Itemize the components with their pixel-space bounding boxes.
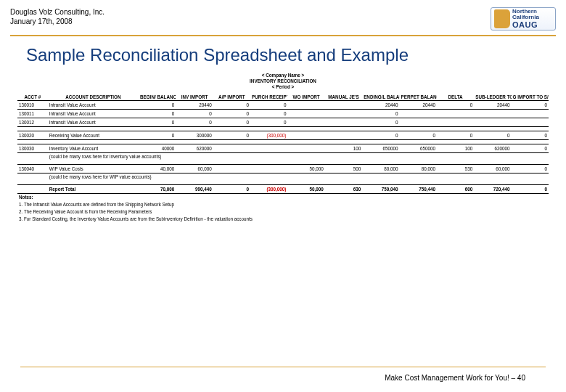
col-ap: A/P IMPORT	[213, 92, 250, 101]
sheet-company: < Company Name >	[17, 73, 549, 78]
cell	[474, 110, 511, 118]
cell	[287, 118, 324, 127]
cell: 0	[512, 185, 549, 194]
cell: 0	[139, 101, 176, 110]
note-row: 1. The Intransit Value Accounts are defi…	[17, 201, 549, 208]
cell	[287, 131, 324, 140]
col-end: ENDING/L BALANCE	[362, 92, 399, 101]
cell: 0	[512, 101, 549, 110]
cell: 750,440	[400, 185, 437, 194]
header-rule	[10, 35, 556, 36]
cell: 0	[250, 118, 287, 127]
cell: 20440	[474, 101, 511, 110]
cell: 130012	[17, 118, 48, 127]
cell: 130040	[17, 165, 48, 173]
cell: WIP Value Costs	[48, 165, 139, 173]
cell: 0	[512, 165, 549, 173]
cell: 0	[474, 131, 511, 140]
col-je: MANUAL JE'S	[325, 92, 362, 101]
california-icon	[494, 9, 510, 28]
cell: 650000	[400, 144, 437, 153]
cell	[287, 101, 324, 110]
cell	[287, 110, 324, 118]
col-gdelta: G IMPORT TO S/B-LEDGER DELTA	[512, 92, 549, 101]
cell: 0	[176, 110, 213, 118]
col-sub: SUB-LEDGER TOTALS	[474, 92, 511, 101]
presentation-date: January 17th, 2008	[10, 17, 104, 26]
col-desc: ACCOUNT DESCRIPTION	[48, 92, 139, 101]
cell: 130011	[17, 110, 48, 118]
cell: 100	[325, 144, 362, 153]
cell: 0	[176, 118, 213, 127]
cell: 0	[437, 131, 474, 140]
table-subnote: (could be many rows here for inventory v…	[17, 153, 549, 160]
cell: Intransit Value Account	[48, 118, 139, 127]
table-row: 130010Intransit Value Account02044000204…	[17, 101, 549, 110]
sheet-period: < Period >	[17, 84, 549, 90]
cell: 0	[250, 101, 287, 110]
slide-header: Douglas Volz Consulting, Inc. January 17…	[0, 0, 566, 33]
cell: 0	[213, 118, 250, 127]
cell: 530	[437, 165, 474, 173]
cell: 620000	[474, 144, 511, 153]
cell	[474, 118, 511, 127]
table-row: 130030Inventory Value Account40000620000…	[17, 144, 549, 153]
col-perp: PERPET BALANCE	[400, 92, 437, 101]
cell	[250, 144, 287, 153]
cell	[17, 185, 48, 194]
cell: 500	[325, 165, 362, 173]
cell	[437, 110, 474, 118]
cell: (300,000)	[250, 131, 287, 140]
cell: (300,000)	[250, 185, 287, 194]
spreadsheet: < Company Name > INVENTORY RECONCILIATIO…	[17, 73, 549, 223]
cell: 720,440	[474, 185, 511, 194]
cell: 50,000	[287, 165, 324, 173]
cell: 60,000	[176, 165, 213, 173]
company-name: Douglas Volz Consulting, Inc.	[10, 7, 104, 17]
cell: Inventory Value Account	[48, 144, 139, 153]
cell: 40000	[139, 144, 176, 153]
table-row: 130012Intransit Value Account00000	[17, 118, 549, 127]
cell: 0	[213, 110, 250, 118]
cell: Receiving Value Account	[48, 131, 139, 140]
table-row: 130040WIP Value Costs40,00060,00050,0005…	[17, 165, 549, 173]
cell: 0	[250, 110, 287, 118]
logo-oaug: OAUG	[512, 21, 539, 30]
cell	[400, 110, 437, 118]
cell: 130020	[17, 131, 48, 140]
cell: 50,000	[287, 185, 324, 194]
cell: 20440	[176, 101, 213, 110]
cell: 0	[213, 185, 250, 194]
cell	[512, 110, 549, 118]
cell	[437, 118, 474, 127]
table-row: 130011Intransit Value Account00000	[17, 110, 549, 118]
recon-table: ACCT # ACCOUNT DESCRIPTION BEGIN/ BALANC…	[17, 92, 549, 223]
cell: 650000	[362, 144, 399, 153]
cell: 0	[437, 101, 474, 110]
cell: 0	[362, 118, 399, 127]
cell	[400, 118, 437, 127]
cell	[325, 131, 362, 140]
oaug-logo: Northern California OAUG	[491, 7, 556, 30]
col-acct: ACCT #	[17, 92, 48, 101]
table-row: 130020Receiving Value Account03000000(30…	[17, 131, 549, 140]
col-begin: BEGIN/ BALANCE	[139, 92, 176, 101]
cell: 20440	[362, 101, 399, 110]
cell: Intransit Value Account	[48, 101, 139, 110]
table-subnote: (could be many rows here for WIP value a…	[17, 173, 549, 181]
cell: 0	[512, 131, 549, 140]
cell: 20440	[400, 101, 437, 110]
cell: 600	[437, 185, 474, 194]
cell: 0	[213, 131, 250, 140]
cell: Intransit Value Account	[48, 110, 139, 118]
cell: 0	[362, 131, 399, 140]
cell: Report Total	[48, 185, 139, 194]
sheet-heading: < Company Name > INVENTORY RECONCILIATIO…	[17, 73, 549, 90]
col-wo: WO IMPORT	[287, 92, 324, 101]
slide-title: Sample Reconciliation Spreadsheet and Ex…	[26, 45, 566, 65]
cell: 750,040	[362, 185, 399, 194]
cell: 990,440	[176, 185, 213, 194]
cell	[325, 110, 362, 118]
cell: 60,000	[474, 165, 511, 173]
footer-rule	[20, 367, 546, 367]
